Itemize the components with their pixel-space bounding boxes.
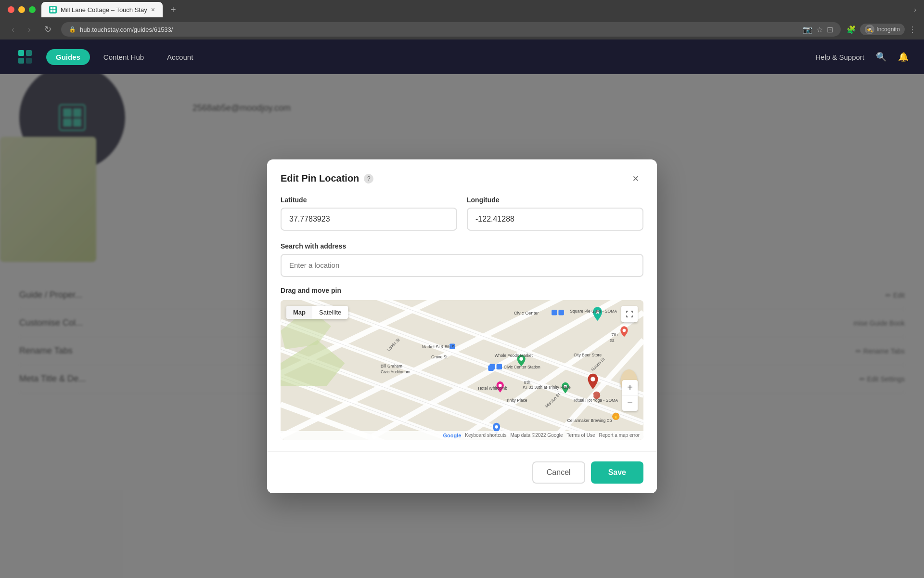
save-button[interactable]: Save [591, 461, 643, 484]
map-svg: 8th St 7th St Naomi St Mission St [281, 300, 643, 440]
help-support-link[interactable]: Help & Support [815, 53, 864, 61]
search-address-label: Search with address [281, 242, 643, 250]
svg-text:City Beer Store: City Beer Store [574, 353, 602, 357]
window-chevron: › [914, 6, 916, 13]
svg-text:St: St [523, 385, 527, 390]
page-background: 2568ab5e@moodjoy.com Guide / Proper... ✏… [0, 74, 924, 578]
svg-text:Grove St: Grove St [431, 355, 448, 359]
svg-text:Square Pie Guys - SOMA: Square Pie Guys - SOMA [570, 308, 617, 313]
svg-rect-0 [51, 7, 53, 10]
svg-rect-6 [18, 58, 24, 64]
star-icon[interactable]: ☆ [816, 25, 823, 34]
svg-rect-7 [26, 58, 32, 64]
tab-title: Mill Lane Cottage – Touch Stay [61, 6, 147, 13]
nav-item-guides[interactable]: Guides [46, 49, 90, 65]
minimize-window-button[interactable] [18, 6, 25, 13]
maximize-window-button[interactable] [29, 6, 36, 13]
svg-text:33 38th at Trinity Place: 33 38th at Trinity Place [528, 385, 570, 390]
modal-footer: Cancel Save [267, 451, 657, 493]
longitude-field: Longitude [467, 196, 643, 231]
tab-close-button[interactable]: × [151, 6, 155, 13]
map-type-buttons: Map Satellite [286, 306, 348, 319]
app-wrapper: Guides Content Hub Account Help & Suppor… [0, 39, 924, 578]
map-container[interactable]: 8th St 7th St Naomi St Mission St [281, 300, 643, 440]
map-report-link[interactable]: Report a map error [599, 433, 640, 438]
svg-text:7th: 7th [611, 332, 617, 337]
map-keyboard-shortcuts[interactable]: Keyboard shortcuts [465, 433, 506, 438]
modal-info-icon[interactable]: ? [364, 174, 373, 184]
svg-text:Trinity Place: Trinity Place [505, 397, 527, 402]
latitude-input[interactable] [281, 208, 457, 231]
search-address-input[interactable] [281, 254, 643, 277]
map-data-attribution: Map data ©2022 Google [510, 433, 563, 438]
search-icon[interactable]: 🔍 [876, 52, 886, 62]
map-zoom-controls: + − [622, 380, 638, 411]
camera-off-icon[interactable]: 📷 [803, 25, 812, 34]
svg-point-65 [495, 425, 498, 429]
nav-item-content-hub[interactable]: Content Hub [94, 49, 154, 65]
nav-logo[interactable] [15, 47, 35, 66]
browser-titlebar: Mill Lane Cottage – Touch Stay × + › [0, 0, 924, 19]
browser-actions: 🧩 🕵 Incognito ⋮ [847, 24, 916, 35]
svg-text:8th: 8th [524, 379, 530, 384]
browser-chrome: Mill Lane Cottage – Touch Stay × + › ‹ ›… [0, 0, 924, 39]
tablet-icon[interactable]: ⊡ [827, 25, 833, 34]
svg-text:Civic Center: Civic Center [514, 310, 539, 315]
map-background: 8th St 7th St Naomi St Mission St [281, 300, 643, 440]
nav-item-account[interactable]: Account [157, 49, 203, 65]
coordinates-row: Latitude Longitude [281, 196, 643, 231]
svg-text:Whole Foods Market: Whole Foods Market [495, 353, 533, 358]
incognito-badge: 🕵 Incognito [860, 24, 905, 35]
forward-button[interactable]: › [24, 23, 35, 37]
map-terms-link[interactable]: Terms of Use [567, 433, 595, 438]
svg-text:M: M [591, 394, 594, 397]
svg-text:⭐: ⭐ [614, 415, 618, 419]
nav-items: Guides Content Hub Account [46, 49, 804, 65]
latitude-label: Latitude [281, 196, 457, 204]
edit-pin-modal: Edit Pin Location ? × Latitude [267, 159, 657, 493]
back-button[interactable]: ‹ [8, 23, 18, 37]
svg-rect-49 [497, 364, 502, 369]
cancel-button[interactable]: Cancel [532, 461, 585, 484]
svg-rect-36 [558, 309, 564, 315]
incognito-label: Incognito [876, 26, 900, 33]
notification-bell-icon[interactable]: 🔔 [898, 52, 909, 62]
svg-rect-4 [18, 50, 24, 56]
svg-rect-1 [53, 7, 56, 10]
modal-overlay: Edit Pin Location ? × Latitude [0, 74, 924, 578]
address-bar: ‹ › ↻ 🔒 hub.touchstay.com/guides/61533/ … [0, 19, 924, 39]
active-tab[interactable]: Mill Lane Cottage – Touch Stay × [41, 2, 163, 17]
map-footer: Google Keyboard shortcuts Map data ©2022… [281, 431, 643, 440]
refresh-button[interactable]: ↻ [40, 22, 55, 37]
modal-title-area: Edit Pin Location ? [281, 173, 373, 184]
svg-text:Hotel Whitcomb: Hotel Whitcomb [478, 386, 507, 391]
map-zoom-in-button[interactable]: + [622, 380, 638, 395]
svg-point-42 [623, 328, 626, 332]
svg-rect-66 [488, 365, 493, 370]
map-zoom-out-button[interactable]: − [622, 395, 638, 411]
svg-text:St: St [610, 337, 614, 342]
svg-rect-2 [51, 10, 53, 13]
top-navigation: Guides Content Hub Account Help & Suppor… [0, 39, 924, 74]
svg-text:Civic Auditorium: Civic Auditorium [381, 369, 411, 374]
longitude-input[interactable] [467, 208, 643, 231]
map-type-map-button[interactable]: Map [286, 306, 312, 319]
svg-rect-5 [26, 50, 32, 56]
svg-text:Market St & 8th St: Market St & 8th St [422, 344, 456, 349]
svg-rect-35 [552, 309, 557, 315]
extensions-icon[interactable]: 🧩 [847, 25, 856, 34]
latitude-field: Latitude [281, 196, 457, 231]
new-tab-button[interactable]: + [167, 4, 180, 15]
tab-favicon [49, 6, 57, 13]
close-window-button[interactable] [8, 6, 14, 13]
svg-rect-3 [53, 10, 56, 13]
modal-header: Edit Pin Location ? × [267, 159, 657, 196]
svg-text:Civic Center Station: Civic Center Station [504, 365, 540, 369]
map-type-satellite-button[interactable]: Satellite [312, 306, 348, 319]
url-bar[interactable]: 🔒 hub.touchstay.com/guides/61533/ 📷 ☆ ⊡ [61, 22, 841, 37]
map-fullscreen-button[interactable] [621, 306, 638, 322]
more-menu-icon[interactable]: ⋮ [909, 25, 916, 34]
modal-close-button[interactable]: × [628, 171, 643, 186]
search-address-section: Search with address [281, 242, 643, 277]
traffic-lights [8, 6, 36, 13]
